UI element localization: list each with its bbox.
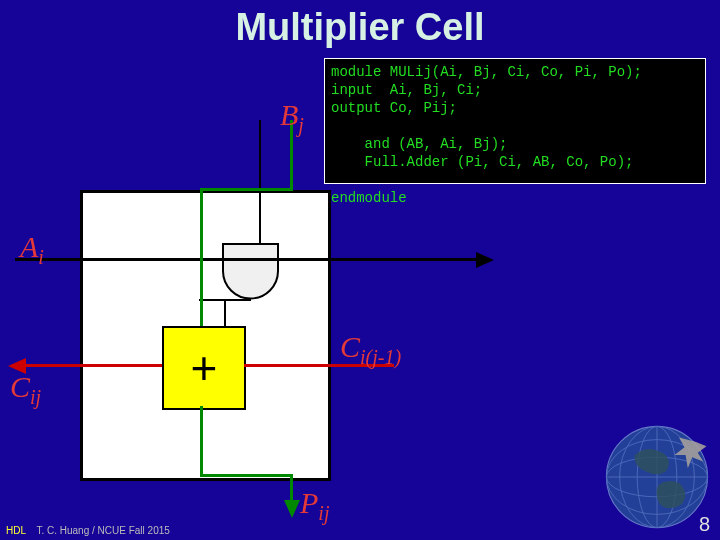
verilog-code: module MULij(Ai, Bj, Ci, Co, Pi, Po); in…	[324, 58, 706, 184]
svg-marker-0	[476, 252, 494, 268]
footer-hdl: HDL	[6, 525, 26, 536]
label-pij: Pij	[300, 486, 329, 525]
footer: HDL T. C. Huang / NCUE Fall 2015	[6, 525, 170, 536]
label-ai: Ai	[20, 230, 44, 269]
arrow-ai-right	[476, 251, 494, 273]
label-bj: Bj	[280, 98, 304, 137]
globe-icon	[602, 422, 712, 532]
wire-pout-h	[200, 474, 293, 477]
page-number: 8	[699, 513, 710, 536]
wire-cout	[22, 364, 162, 367]
wire-pin-h	[200, 188, 293, 191]
wire-ai	[15, 258, 238, 261]
full-adder-box: +	[162, 326, 246, 410]
plus-symbol: +	[191, 341, 218, 395]
wire-pout-v1	[200, 406, 203, 476]
wire-ai-out	[238, 258, 478, 261]
wire-bj	[259, 120, 261, 244]
wire-and-out	[224, 299, 226, 326]
footer-credit: T. C. Huang / NCUE Fall 2015	[36, 525, 169, 536]
label-ci-jm1: Ci(j-1)	[340, 330, 401, 369]
arrow-pout-down	[283, 500, 301, 522]
wire-and-h	[199, 299, 251, 301]
and-gate-icon	[223, 244, 278, 299]
wire-pin-v	[200, 188, 203, 326]
page-title: Multiplier Cell	[0, 6, 720, 49]
svg-marker-2	[284, 500, 300, 518]
label-cij: Cij	[10, 370, 41, 409]
